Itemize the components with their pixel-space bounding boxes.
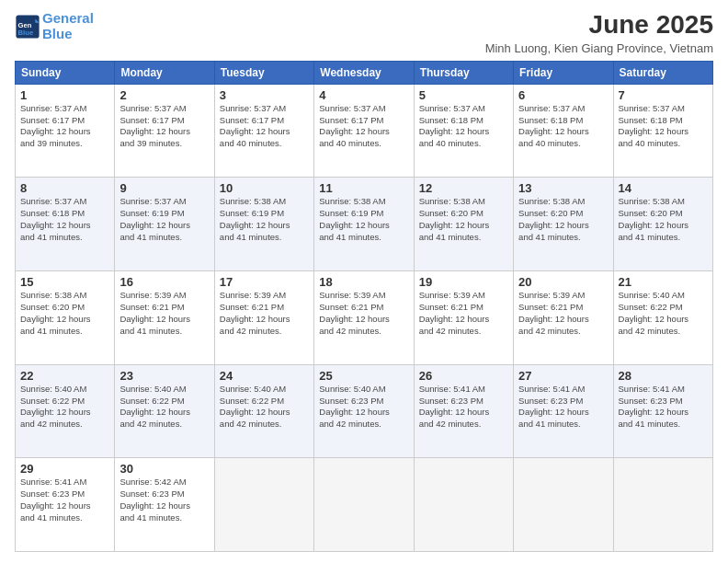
day-info: Sunrise: 5:38 AM Sunset: 6:20 PM Dayligh…: [20, 290, 109, 337]
day-info: Sunrise: 5:40 AM Sunset: 6:23 PM Dayligh…: [319, 384, 408, 431]
day-number: 29: [20, 462, 109, 476]
calendar-day-cell: 10Sunrise: 5:38 AM Sunset: 6:19 PM Dayli…: [214, 178, 313, 271]
calendar-day-cell: 9Sunrise: 5:37 AM Sunset: 6:19 PM Daylig…: [115, 178, 214, 271]
title-block: June 2025 Minh Luong, Kien Giang Provinc…: [485, 11, 713, 55]
day-number: 2: [119, 88, 209, 102]
day-number: 22: [20, 369, 109, 383]
calendar-day-cell: 22Sunrise: 5:40 AM Sunset: 6:22 PM Dayli…: [16, 364, 115, 458]
day-number: 5: [419, 88, 508, 102]
weekday-header-sunday: Sunday: [16, 61, 115, 84]
day-number: 6: [518, 88, 608, 102]
calendar-day-cell: [314, 458, 414, 552]
calendar-day-cell: 13Sunrise: 5:38 AM Sunset: 6:20 PM Dayli…: [514, 178, 613, 271]
day-info: Sunrise: 5:42 AM Sunset: 6:23 PM Dayligh…: [119, 477, 209, 523]
day-number: 16: [119, 275, 209, 289]
day-info: Sunrise: 5:38 AM Sunset: 6:19 PM Dayligh…: [319, 196, 408, 243]
day-number: 3: [220, 88, 309, 102]
day-info: Sunrise: 5:37 AM Sunset: 6:18 PM Dayligh…: [518, 103, 608, 150]
calendar-day-cell: 25Sunrise: 5:40 AM Sunset: 6:23 PM Dayli…: [314, 364, 414, 458]
calendar-day-cell: 14Sunrise: 5:38 AM Sunset: 6:20 PM Dayli…: [613, 178, 712, 271]
calendar-day-cell: 1Sunrise: 5:37 AM Sunset: 6:17 PM Daylig…: [16, 84, 115, 178]
day-info: Sunrise: 5:40 AM Sunset: 6:22 PM Dayligh…: [619, 290, 708, 337]
weekday-header-monday: Monday: [115, 61, 214, 84]
day-info: Sunrise: 5:38 AM Sunset: 6:20 PM Dayligh…: [419, 196, 508, 243]
header: Gen Blue GeneralBlue June 2025 Minh Luon…: [15, 11, 713, 55]
calendar-day-cell: 20Sunrise: 5:39 AM Sunset: 6:21 PM Dayli…: [514, 271, 613, 365]
day-info: Sunrise: 5:41 AM Sunset: 6:23 PM Dayligh…: [619, 384, 708, 431]
calendar-day-cell: 17Sunrise: 5:39 AM Sunset: 6:21 PM Dayli…: [214, 271, 313, 365]
day-number: 18: [319, 275, 408, 289]
day-number: 11: [319, 181, 408, 195]
calendar-day-cell: [514, 458, 613, 552]
weekday-header-row: SundayMondayTuesdayWednesdayThursdayFrid…: [16, 61, 713, 84]
day-number: 23: [119, 369, 209, 383]
day-info: Sunrise: 5:37 AM Sunset: 6:18 PM Dayligh…: [20, 196, 109, 243]
day-number: 27: [518, 369, 608, 383]
calendar-day-cell: 29Sunrise: 5:41 AM Sunset: 6:23 PM Dayli…: [16, 458, 115, 552]
calendar: SundayMondayTuesdayWednesdayThursdayFrid…: [15, 61, 713, 552]
calendar-day-cell: 19Sunrise: 5:39 AM Sunset: 6:21 PM Dayli…: [414, 271, 513, 365]
day-info: Sunrise: 5:40 AM Sunset: 6:22 PM Dayligh…: [119, 384, 209, 431]
day-info: Sunrise: 5:41 AM Sunset: 6:23 PM Dayligh…: [518, 384, 608, 431]
day-number: 21: [619, 275, 708, 289]
month-title: June 2025: [485, 11, 713, 40]
calendar-week-row: 8Sunrise: 5:37 AM Sunset: 6:18 PM Daylig…: [16, 178, 713, 271]
calendar-day-cell: 28Sunrise: 5:41 AM Sunset: 6:23 PM Dayli…: [613, 364, 712, 458]
day-number: 13: [518, 181, 608, 195]
day-number: 20: [518, 275, 608, 289]
day-info: Sunrise: 5:37 AM Sunset: 6:17 PM Dayligh…: [119, 103, 209, 150]
calendar-day-cell: 7Sunrise: 5:37 AM Sunset: 6:18 PM Daylig…: [613, 84, 712, 178]
calendar-day-cell: 18Sunrise: 5:39 AM Sunset: 6:21 PM Dayli…: [314, 271, 414, 365]
weekday-header-saturday: Saturday: [613, 61, 712, 84]
day-info: Sunrise: 5:38 AM Sunset: 6:20 PM Dayligh…: [619, 196, 708, 243]
weekday-header-friday: Friday: [514, 61, 613, 84]
day-info: Sunrise: 5:39 AM Sunset: 6:21 PM Dayligh…: [319, 290, 408, 337]
day-number: 24: [220, 369, 309, 383]
calendar-day-cell: [214, 458, 313, 552]
day-number: 30: [119, 462, 209, 476]
day-info: Sunrise: 5:38 AM Sunset: 6:20 PM Dayligh…: [518, 196, 608, 243]
day-info: Sunrise: 5:38 AM Sunset: 6:19 PM Dayligh…: [220, 196, 309, 243]
day-number: 14: [619, 181, 708, 195]
logo: Gen Blue GeneralBlue: [15, 11, 94, 41]
calendar-week-row: 1Sunrise: 5:37 AM Sunset: 6:17 PM Daylig…: [16, 84, 713, 178]
day-number: 1: [20, 88, 109, 102]
calendar-day-cell: 30Sunrise: 5:42 AM Sunset: 6:23 PM Dayli…: [115, 458, 214, 552]
day-number: 17: [220, 275, 309, 289]
day-info: Sunrise: 5:41 AM Sunset: 6:23 PM Dayligh…: [20, 477, 109, 523]
calendar-day-cell: 26Sunrise: 5:41 AM Sunset: 6:23 PM Dayli…: [414, 364, 513, 458]
calendar-day-cell: 12Sunrise: 5:38 AM Sunset: 6:20 PM Dayli…: [414, 178, 513, 271]
day-info: Sunrise: 5:39 AM Sunset: 6:21 PM Dayligh…: [220, 290, 309, 337]
weekday-header-tuesday: Tuesday: [214, 61, 313, 84]
calendar-day-cell: 6Sunrise: 5:37 AM Sunset: 6:18 PM Daylig…: [514, 84, 613, 178]
day-number: 15: [20, 275, 109, 289]
calendar-day-cell: 5Sunrise: 5:37 AM Sunset: 6:18 PM Daylig…: [414, 84, 513, 178]
day-info: Sunrise: 5:37 AM Sunset: 6:18 PM Dayligh…: [619, 103, 708, 150]
day-number: 8: [20, 181, 109, 195]
day-number: 28: [619, 369, 708, 383]
calendar-week-row: 22Sunrise: 5:40 AM Sunset: 6:22 PM Dayli…: [16, 364, 713, 458]
day-info: Sunrise: 5:37 AM Sunset: 6:17 PM Dayligh…: [20, 103, 109, 150]
calendar-day-cell: 4Sunrise: 5:37 AM Sunset: 6:17 PM Daylig…: [314, 84, 414, 178]
calendar-day-cell: 8Sunrise: 5:37 AM Sunset: 6:18 PM Daylig…: [16, 178, 115, 271]
calendar-day-cell: 23Sunrise: 5:40 AM Sunset: 6:22 PM Dayli…: [115, 364, 214, 458]
day-info: Sunrise: 5:37 AM Sunset: 6:17 PM Dayligh…: [319, 103, 408, 150]
day-number: 26: [419, 369, 508, 383]
calendar-day-cell: 11Sunrise: 5:38 AM Sunset: 6:19 PM Dayli…: [314, 178, 414, 271]
calendar-day-cell: 2Sunrise: 5:37 AM Sunset: 6:17 PM Daylig…: [115, 84, 214, 178]
calendar-week-row: 29Sunrise: 5:41 AM Sunset: 6:23 PM Dayli…: [16, 458, 713, 552]
logo-icon: Gen Blue: [15, 14, 40, 40]
day-info: Sunrise: 5:39 AM Sunset: 6:21 PM Dayligh…: [119, 290, 209, 337]
day-info: Sunrise: 5:41 AM Sunset: 6:23 PM Dayligh…: [419, 384, 508, 431]
calendar-day-cell: 3Sunrise: 5:37 AM Sunset: 6:17 PM Daylig…: [214, 84, 313, 178]
location-title: Minh Luong, Kien Giang Province, Vietnam: [485, 41, 713, 55]
day-info: Sunrise: 5:40 AM Sunset: 6:22 PM Dayligh…: [220, 384, 309, 431]
day-info: Sunrise: 5:37 AM Sunset: 6:19 PM Dayligh…: [119, 196, 209, 243]
day-number: 19: [419, 275, 508, 289]
calendar-week-row: 15Sunrise: 5:38 AM Sunset: 6:20 PM Dayli…: [16, 271, 713, 365]
day-info: Sunrise: 5:40 AM Sunset: 6:22 PM Dayligh…: [20, 384, 109, 431]
calendar-day-cell: 21Sunrise: 5:40 AM Sunset: 6:22 PM Dayli…: [613, 271, 712, 365]
day-number: 12: [419, 181, 508, 195]
day-number: 7: [619, 88, 708, 102]
svg-text:Blue: Blue: [18, 29, 34, 37]
